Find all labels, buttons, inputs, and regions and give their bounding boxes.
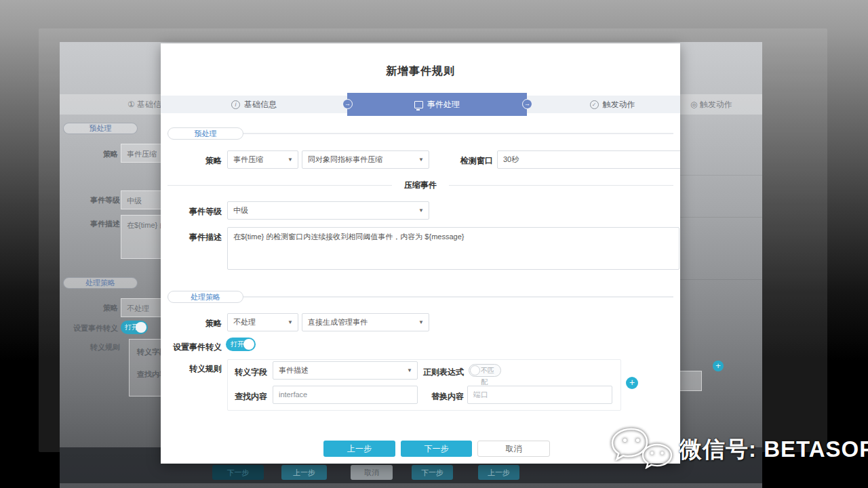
ghost-level-label: 事件等级: [90, 195, 120, 205]
toggle-state-label: 打开: [231, 340, 244, 348]
ghost-strategy-label: 策略: [103, 149, 118, 159]
ghost-level-value: 中级: [121, 190, 161, 209]
detect-window-label: 检测窗口: [452, 155, 493, 167]
ghost-button: 下一步: [212, 465, 264, 480]
ghost-section-preprocess: 预处理: [63, 123, 138, 134]
ghost-escape-label: 设置事件转义: [73, 323, 118, 333]
add-event-rule-dialog: 新增事件规则 i 基础信息 事件处理 ✓ 触发动作 → → 预处理 策略 事件压…: [161, 43, 680, 464]
toggle-knob: [243, 339, 254, 350]
strategy-label: 策略: [181, 155, 222, 167]
arrow-right-icon: →: [342, 99, 353, 109]
dropdown-caret-icon: ▼: [288, 314, 293, 331]
ghost-escape-toggle: 打开: [121, 321, 148, 334]
ghost-desc-label: 事件描述: [90, 219, 120, 229]
step-label: 触发动作: [603, 99, 635, 110]
section-process-tab: 处理策略: [167, 291, 243, 303]
watermark: 微信号: BETASOFT: [609, 427, 868, 472]
watermark-text: 微信号: BETASOFT: [679, 434, 868, 465]
selected-value: 中级: [233, 206, 248, 214]
step-event-processing[interactable]: 事件处理: [347, 93, 527, 116]
ghost-button: 上一步: [478, 465, 519, 480]
ghost-divider-line: [670, 175, 762, 176]
compress-event-divider: 压缩事件: [167, 180, 673, 191]
ghost-desc-value: 在${time} 的检: [121, 215, 161, 259]
dialog-title: 新增事件规则: [161, 64, 680, 79]
check-circle-icon: ✓: [590, 100, 599, 109]
step-label: 基础信息: [244, 99, 277, 110]
ghost-step-trigger-action: ◎ 触发动作: [690, 99, 732, 110]
arrow-right-icon: →: [522, 99, 532, 109]
section-preprocess-tab: 预处理: [167, 127, 243, 140]
selected-value: 事件压缩: [233, 155, 263, 163]
selected-value: 事件描述: [279, 366, 309, 374]
dropdown-caret-icon: ▼: [288, 151, 293, 168]
event-level-label: 事件等级: [181, 206, 222, 218]
divider-line: [167, 185, 392, 186]
monitor-icon: [414, 101, 423, 108]
ghost-strategy2-label: 策略: [103, 303, 118, 313]
toggle-knob: [470, 365, 480, 375]
event-desc-label: 事件描述: [181, 232, 222, 243]
divider-text: 压缩事件: [404, 180, 437, 191]
ghost-divider-line: [670, 217, 762, 218]
ghost-section-process: 处理策略: [63, 277, 138, 289]
detect-window-input[interactable]: 30秒: [497, 150, 680, 169]
regex-label: 正则表达式: [423, 367, 464, 378]
next-step-button[interactable]: 下一步: [401, 441, 472, 457]
strategy2-select[interactable]: 不处理 ▼: [227, 313, 298, 331]
strategy2-sub-select[interactable]: 直接生成管理事件 ▼: [302, 313, 429, 331]
ghost-button: 上一步: [281, 465, 327, 480]
wechat-icon: [609, 427, 674, 472]
replace-content-label: 替换内容: [423, 391, 464, 403]
selected-value: 直接生成管理事件: [308, 318, 368, 326]
cancel-button[interactable]: 取消: [477, 441, 550, 457]
ghost-toggle-knob: [136, 322, 146, 333]
step-label: 事件处理: [427, 99, 460, 110]
dropdown-caret-icon: ▼: [407, 362, 412, 379]
replace-content-input[interactable]: 端口: [467, 386, 612, 404]
ghost-strategy2-value: 不处理: [121, 298, 161, 317]
selected-value: 不处理: [233, 318, 256, 326]
step-basic-info[interactable]: i 基础信息: [161, 96, 347, 113]
find-content-input[interactable]: interface: [273, 386, 418, 404]
strategy-sub-select[interactable]: 同对象同指标事件压缩 ▼: [302, 150, 429, 169]
escape-field-label: 转义字段: [235, 367, 267, 378]
ghost-divider-line: [670, 279, 762, 280]
add-rule-button[interactable]: +: [626, 377, 638, 389]
escape-field-select[interactable]: 事件描述 ▼: [273, 361, 418, 380]
info-icon: i: [231, 100, 240, 109]
prev-step-button[interactable]: 上一步: [323, 441, 395, 457]
regex-toggle[interactable]: 不匹配: [469, 364, 501, 377]
dropdown-caret-icon: ▼: [418, 151, 424, 168]
ghost-add-rule-button: +: [713, 361, 724, 371]
dropdown-caret-icon: ▼: [418, 314, 424, 331]
event-level-select[interactable]: 中级 ▼: [227, 201, 429, 220]
event-desc-textarea[interactable]: 在${time} 的检测窗口内连续接收到相同阈值事件，内容为 ${message…: [227, 227, 679, 270]
ghost-button: 取消: [351, 465, 393, 480]
ghost-strategy-value: 事件压缩: [121, 144, 161, 163]
strategy2-label: 策略: [181, 318, 222, 329]
escape-rules-label: 转义规则: [181, 363, 222, 375]
ghost-button: 下一步: [412, 465, 453, 480]
find-content-label: 查找内容: [235, 391, 267, 403]
dropdown-caret-icon: ▼: [418, 202, 424, 219]
escape-toggle[interactable]: 打开: [226, 338, 256, 351]
selected-value: 同对象同指标事件压缩: [308, 155, 382, 163]
step-trigger-action[interactable]: ✓ 触发动作: [527, 96, 680, 113]
divider-line: [449, 185, 673, 186]
set-escape-label: 设置事件转义: [173, 342, 222, 353]
ghost-rules-label: 转义规则: [90, 342, 120, 352]
strategy-select[interactable]: 事件压缩 ▼: [227, 150, 298, 169]
